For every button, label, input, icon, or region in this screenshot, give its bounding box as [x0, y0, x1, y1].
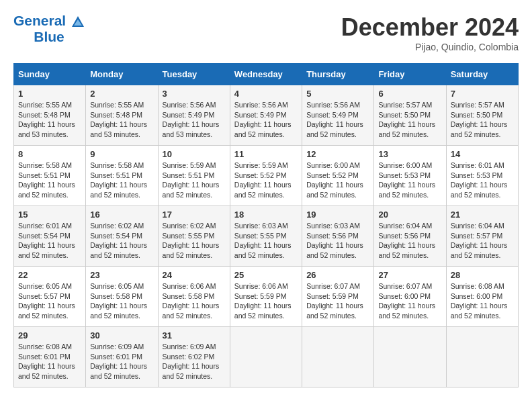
calendar-cell	[446, 327, 518, 387]
day-number: 25	[234, 270, 298, 280]
day-info: Sunrise: 6:07 AM Sunset: 5:59 PM Dayligh…	[306, 281, 369, 321]
sunrise: Sunrise: 5:56 AM	[163, 100, 226, 110]
sunrise: Sunrise: 6:09 AM	[90, 342, 153, 352]
day-number: 21	[451, 210, 514, 220]
daylight: Daylight: 11 hours and 53 minutes.	[18, 120, 81, 139]
calendar-cell: 19 Sunrise: 6:03 AM Sunset: 5:56 PM Dayl…	[302, 206, 374, 267]
calendar-cell: 3 Sunrise: 5:56 AM Sunset: 5:49 PM Dayli…	[158, 85, 230, 146]
daylight: Daylight: 11 hours and 52 minutes.	[306, 180, 369, 199]
day-number: 2	[90, 89, 153, 99]
day-info: Sunrise: 6:01 AM Sunset: 5:53 PM Dayligh…	[451, 161, 514, 200]
calendar-cell: 18 Sunrise: 6:03 AM Sunset: 5:55 PM Dayl…	[230, 206, 302, 267]
sunrise: Sunrise: 6:01 AM	[18, 221, 81, 231]
sunset: Sunset: 5:49 PM	[306, 110, 369, 120]
daylight: Daylight: 11 hours and 52 minutes.	[234, 120, 298, 139]
sunset: Sunset: 5:54 PM	[18, 231, 81, 241]
calendar-cell: 16 Sunrise: 6:02 AM Sunset: 5:54 PM Dayl…	[86, 206, 158, 267]
day-number: 15	[18, 210, 81, 220]
sunset: Sunset: 5:56 PM	[378, 231, 441, 241]
sunset: Sunset: 5:53 PM	[378, 171, 441, 181]
daylight: Daylight: 11 hours and 52 minutes.	[90, 240, 153, 260]
sunset: Sunset: 5:52 PM	[306, 171, 369, 181]
day-number: 31	[163, 330, 226, 340]
sunrise: Sunrise: 6:03 AM	[234, 221, 298, 231]
day-info: Sunrise: 6:09 AM Sunset: 6:02 PM Dayligh…	[163, 342, 226, 381]
day-number: 17	[163, 210, 226, 220]
sunset: Sunset: 6:01 PM	[18, 352, 81, 362]
sunrise: Sunrise: 6:09 AM	[163, 342, 226, 352]
daylight: Daylight: 11 hours and 52 minutes.	[234, 240, 298, 260]
calendar-header-row: Sunday Monday Tuesday Wednesday Thursday…	[14, 64, 519, 85]
daylight: Daylight: 11 hours and 52 minutes.	[451, 120, 514, 139]
sunset: Sunset: 5:54 PM	[90, 231, 153, 241]
day-info: Sunrise: 5:59 AM Sunset: 5:52 PM Dayligh…	[234, 161, 298, 200]
day-info: Sunrise: 6:00 AM Sunset: 5:53 PM Dayligh…	[378, 161, 441, 200]
day-number: 12	[306, 149, 369, 159]
day-info: Sunrise: 6:08 AM Sunset: 6:00 PM Dayligh…	[451, 281, 514, 321]
daylight: Daylight: 11 hours and 52 minutes.	[378, 180, 441, 199]
sunrise: Sunrise: 5:56 AM	[234, 100, 298, 110]
sunset: Sunset: 5:51 PM	[163, 171, 226, 181]
header-wednesday: Wednesday	[230, 64, 302, 85]
calendar-cell: 20 Sunrise: 6:04 AM Sunset: 5:56 PM Dayl…	[374, 206, 446, 267]
week-row-4: 22 Sunrise: 6:05 AM Sunset: 5:57 PM Dayl…	[14, 267, 519, 327]
calendar-cell: 8 Sunrise: 5:58 AM Sunset: 5:51 PM Dayli…	[14, 146, 86, 206]
sunrise: Sunrise: 6:08 AM	[451, 281, 514, 291]
header-friday: Friday	[374, 64, 446, 85]
daylight: Daylight: 11 hours and 52 minutes.	[90, 361, 153, 381]
day-info: Sunrise: 6:05 AM Sunset: 5:57 PM Dayligh…	[18, 281, 81, 321]
day-info: Sunrise: 6:02 AM Sunset: 5:55 PM Dayligh…	[163, 221, 226, 261]
day-info: Sunrise: 5:56 AM Sunset: 5:49 PM Dayligh…	[234, 100, 298, 140]
sunset: Sunset: 5:51 PM	[90, 171, 153, 181]
calendar-cell: 2 Sunrise: 5:55 AM Sunset: 5:48 PM Dayli…	[86, 85, 158, 146]
day-number: 19	[306, 210, 369, 220]
day-number: 3	[163, 89, 226, 99]
day-info: Sunrise: 6:00 AM Sunset: 5:52 PM Dayligh…	[306, 161, 369, 200]
day-info: Sunrise: 6:04 AM Sunset: 5:57 PM Dayligh…	[451, 221, 514, 261]
calendar-cell: 26 Sunrise: 6:07 AM Sunset: 5:59 PM Dayl…	[302, 267, 374, 327]
sunrise: Sunrise: 5:55 AM	[90, 100, 153, 110]
day-number: 4	[234, 89, 298, 99]
sunset: Sunset: 5:52 PM	[234, 171, 298, 181]
day-number: 13	[378, 149, 441, 159]
daylight: Daylight: 11 hours and 52 minutes.	[451, 240, 514, 260]
sunset: Sunset: 5:55 PM	[163, 231, 226, 241]
daylight: Daylight: 11 hours and 52 minutes.	[163, 301, 226, 320]
calendar-cell: 4 Sunrise: 5:56 AM Sunset: 5:49 PM Dayli…	[230, 85, 302, 146]
daylight: Daylight: 11 hours and 52 minutes.	[18, 301, 81, 320]
page-header: General Blue December 2024 Pijao, Quindi…	[13, 13, 519, 52]
logo: General Blue	[13, 13, 85, 44]
day-info: Sunrise: 5:56 AM Sunset: 5:49 PM Dayligh…	[306, 100, 369, 140]
daylight: Daylight: 11 hours and 52 minutes.	[306, 120, 369, 139]
daylight: Daylight: 11 hours and 52 minutes.	[90, 180, 153, 199]
sunrise: Sunrise: 5:58 AM	[18, 161, 81, 171]
sunrise: Sunrise: 5:59 AM	[163, 161, 226, 171]
day-info: Sunrise: 5:59 AM Sunset: 5:51 PM Dayligh…	[163, 161, 226, 200]
location: Pijao, Quindio, Colombia	[341, 42, 519, 52]
sunset: Sunset: 5:58 PM	[163, 291, 226, 302]
day-number: 18	[234, 210, 298, 220]
sunrise: Sunrise: 6:07 AM	[306, 281, 369, 291]
daylight: Daylight: 11 hours and 52 minutes.	[90, 301, 153, 320]
sunrise: Sunrise: 6:06 AM	[163, 281, 226, 291]
sunrise: Sunrise: 6:07 AM	[378, 281, 441, 291]
sunrise: Sunrise: 5:56 AM	[306, 100, 369, 110]
calendar-cell: 24 Sunrise: 6:06 AM Sunset: 5:58 PM Dayl…	[158, 267, 230, 327]
daylight: Daylight: 11 hours and 53 minutes.	[163, 120, 226, 139]
day-info: Sunrise: 6:08 AM Sunset: 6:01 PM Dayligh…	[18, 342, 81, 381]
calendar-cell: 22 Sunrise: 6:05 AM Sunset: 5:57 PM Dayl…	[14, 267, 86, 327]
sunrise: Sunrise: 6:06 AM	[234, 281, 298, 291]
header-thursday: Thursday	[302, 64, 374, 85]
day-info: Sunrise: 6:03 AM Sunset: 5:56 PM Dayligh…	[306, 221, 369, 261]
calendar-cell: 28 Sunrise: 6:08 AM Sunset: 6:00 PM Dayl…	[446, 267, 518, 327]
sunrise: Sunrise: 6:02 AM	[90, 221, 153, 231]
calendar-cell	[230, 327, 302, 387]
calendar-cell: 9 Sunrise: 5:58 AM Sunset: 5:51 PM Dayli…	[86, 146, 158, 206]
sunset: Sunset: 6:00 PM	[378, 291, 441, 302]
week-row-3: 15 Sunrise: 6:01 AM Sunset: 5:54 PM Dayl…	[14, 206, 519, 267]
sunrise: Sunrise: 5:59 AM	[234, 161, 298, 171]
day-info: Sunrise: 6:05 AM Sunset: 5:58 PM Dayligh…	[90, 281, 153, 321]
day-number: 23	[90, 270, 153, 280]
day-number: 30	[90, 330, 153, 340]
calendar-cell: 11 Sunrise: 5:59 AM Sunset: 5:52 PM Dayl…	[230, 146, 302, 206]
